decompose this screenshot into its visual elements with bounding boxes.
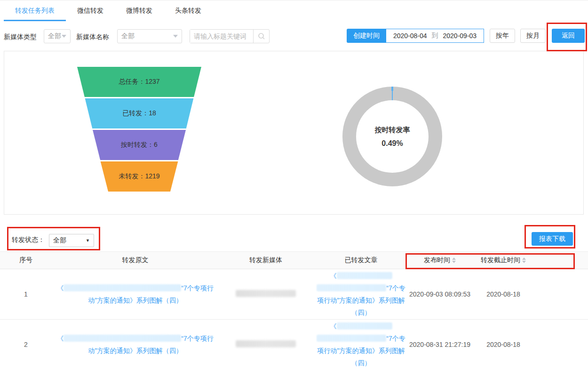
column-header-label: 已转发文章 xyxy=(345,256,378,265)
funnel-label: 总任务：1237 xyxy=(119,78,159,86)
forwarded-article-link[interactable]: 《“7个专项行动”方案的通知》系列图解（四） xyxy=(313,320,409,369)
search-box xyxy=(190,29,270,43)
search-icon xyxy=(258,32,265,40)
link-text: 《 xyxy=(330,272,337,280)
donut-title: 按时转发率 xyxy=(375,126,410,135)
tab-3[interactable]: 头条转发 xyxy=(164,0,213,21)
donut-chart: 按时转发率 0.49% xyxy=(342,87,442,186)
cell-forwarded-article: 《“7个专项行动”方案的通知》系列图解（四） xyxy=(313,269,409,320)
back-button[interactable]: 返回 xyxy=(552,29,585,43)
link-text: 《 xyxy=(57,284,64,292)
redacted-text xyxy=(337,272,392,279)
media-type-value: 全部 xyxy=(48,32,61,40)
column-header-0: 序号 xyxy=(0,252,52,269)
by-month-button[interactable]: 按月 xyxy=(520,29,546,43)
table-row: 2《“7个专项行动”方案的通知》系列图解（四）《“7个专项行动”方案的通知》系列… xyxy=(0,320,588,369)
funnel-label: 未转发：1219 xyxy=(119,172,159,181)
cell-deadline: 2020-08-18 xyxy=(470,269,588,320)
redacted-text xyxy=(317,284,386,291)
link-text: 《 xyxy=(330,322,337,330)
media-name-dropdown[interactable]: 全部 xyxy=(117,29,182,43)
forward-status-select[interactable]: 全部 ▼ xyxy=(49,234,94,247)
cell-index: 2 xyxy=(0,320,52,369)
page: 转发任务列表微信转发微博转发头条转发 新媒体类型 全部 新媒体名称 全部 创建时… xyxy=(0,0,588,369)
date-start: 2020-08-04 xyxy=(393,32,427,40)
column-header-label: 转发原文 xyxy=(122,256,149,265)
date-separator: 到 xyxy=(432,32,438,40)
media-type-label: 新媒体类型 xyxy=(4,33,37,41)
table-row: 1《“7个专项行动”方案的通知》系列图解（四）《“7个专项行动”方案的通知》系列… xyxy=(0,269,588,320)
media-name-value: 全部 xyxy=(121,32,135,40)
column-header-label: 发布时间 xyxy=(424,256,450,265)
status-row: 转发状态： 全部 ▼ 报表下载 xyxy=(0,215,588,251)
sort-arrows-icon[interactable] xyxy=(452,257,456,263)
funnel-label: 已转发：18 xyxy=(122,109,156,118)
link-text: 《 xyxy=(57,335,64,342)
column-header-3: 已转发文章 xyxy=(313,252,409,269)
by-year-button[interactable]: 按年 xyxy=(490,29,515,43)
task-table: 序号转发原文转发新媒体已转发文章发布时间转发截止时间 1《“7个专项行动”方案的… xyxy=(0,251,588,369)
date-range-widget: 创建时间 2020-08-04 到 2020-09-03 xyxy=(347,29,484,43)
report-download-button[interactable]: 报表下载 xyxy=(532,232,573,246)
original-article-link[interactable]: 《“7个专项行动”方案的通知》系列图解（四） xyxy=(52,282,219,306)
donut-center: 按时转发率 0.49% xyxy=(356,100,429,173)
forward-status-value: 全部 xyxy=(53,236,66,245)
donut-value: 0.49% xyxy=(381,139,403,148)
redacted-text xyxy=(64,284,181,291)
table-body: 1《“7个专项行动”方案的通知》系列图解（四）《“7个专项行动”方案的通知》系列… xyxy=(0,269,588,369)
cell-deadline: 2020-08-18 xyxy=(470,320,588,369)
filter-row: 新媒体类型 全部 新媒体名称 全部 创建时间 2020-08-04 到 2 xyxy=(0,22,588,51)
funnel-segment-2: 按时转发：6 xyxy=(77,130,201,160)
forward-status-label: 转发状态： xyxy=(12,236,45,244)
tab-forward-task-list[interactable]: 转发任务列表 xyxy=(4,0,66,21)
cell-forward-media xyxy=(219,269,313,320)
cell-forward-media xyxy=(219,320,313,369)
date-end: 2020-09-03 xyxy=(443,32,477,40)
cell-index: 1 xyxy=(0,269,52,320)
forwarded-article-link[interactable]: 《“7个专项行动”方案的通知》系列图解（四） xyxy=(313,270,409,319)
original-article-link[interactable]: 《“7个专项行动”方案的通知》系列图解（四） xyxy=(52,332,219,357)
media-type-dropdown[interactable]: 全部 xyxy=(44,29,71,43)
redacted-text xyxy=(317,335,386,342)
funnel-chart: 总任务：1237已转发：18按时转发：6未转发：1219 xyxy=(77,67,201,193)
cell-original-article: 《“7个专项行动”方案的通知》系列图解（四） xyxy=(52,320,219,369)
funnel-segment-1: 已转发：18 xyxy=(77,98,201,128)
funnel-segment-0: 总任务：1237 xyxy=(77,67,201,97)
tab-2[interactable]: 微博转发 xyxy=(115,0,164,21)
column-header-1: 转发原文 xyxy=(52,252,219,269)
create-time-button[interactable]: 创建时间 xyxy=(347,29,386,43)
redacted-media-name xyxy=(236,290,296,297)
tab-bar: 转发任务列表微信转发微博转发头条转发 xyxy=(0,0,588,22)
chevron-down-icon xyxy=(173,35,178,38)
redacted-media-name xyxy=(236,340,296,347)
cell-original-article: 《“7个专项行动”方案的通知》系列图解（四） xyxy=(52,269,219,320)
table-header-row: 序号转发原文转发新媒体已转发文章发布时间转发截止时间 xyxy=(0,252,588,269)
media-name-label: 新媒体名称 xyxy=(76,33,109,41)
chevron-down-icon xyxy=(62,35,66,38)
funnel-segment-3: 未转发：1219 xyxy=(77,161,201,192)
select-arrow-icon: ▼ xyxy=(86,238,90,243)
cell-publish-time: 2020-08-31 21:27:19 xyxy=(409,320,470,369)
column-header-5[interactable]: 转发截止时间 xyxy=(470,252,588,269)
cell-forwarded-article: 《“7个专项行动”方案的通知》系列图解（四） xyxy=(313,320,409,369)
redacted-text xyxy=(337,322,392,329)
chart-panel: 总任务：1237已转发：18按时转发：6未转发：1219 按时转发率 0.49% xyxy=(4,51,584,215)
column-header-4[interactable]: 发布时间 xyxy=(409,252,470,269)
sort-arrows-icon[interactable] xyxy=(522,257,526,263)
redacted-text xyxy=(64,335,181,342)
column-header-label: 序号 xyxy=(19,256,32,265)
column-header-2: 转发新媒体 xyxy=(219,252,313,269)
funnel-label: 按时转发：6 xyxy=(121,141,158,149)
search-input[interactable] xyxy=(190,30,253,43)
column-header-label: 转发新媒体 xyxy=(249,256,282,265)
date-range-input[interactable]: 2020-08-04 到 2020-09-03 xyxy=(386,29,484,43)
column-header-label: 转发截止时间 xyxy=(481,256,520,265)
tab-1[interactable]: 微信转发 xyxy=(66,0,115,21)
cell-publish-time: 2020-09-03 08:09:53 xyxy=(409,269,470,320)
search-button[interactable] xyxy=(253,30,269,43)
